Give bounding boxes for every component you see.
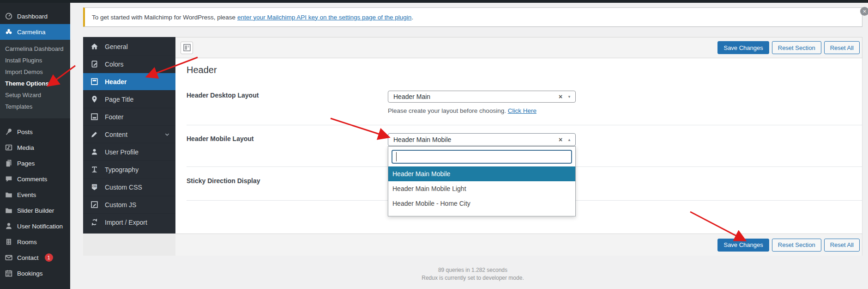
expand-layout-icon: [183, 44, 191, 51]
select2-dropdown: Header Main Mobile Header Main Mobile Li…: [388, 146, 576, 216]
sidebar-item-bookings[interactable]: Bookings: [0, 265, 70, 281]
expand-options-button[interactable]: [181, 42, 193, 54]
sidebar-item-label: Dashboard: [17, 13, 48, 20]
comment-icon: [4, 174, 13, 184]
sidebar-item-label: Bookings: [17, 270, 43, 277]
options-menu-item-import-export[interactable]: Import / Export: [83, 214, 175, 231]
notice-text-suffix: .: [411, 14, 413, 21]
pencil-icon: [90, 130, 98, 139]
sidebar-subitem-theme-options[interactable]: Theme Options: [0, 78, 70, 89]
sidebar-item-label: Contact: [17, 254, 39, 261]
sidebar-subitem-import-demos[interactable]: Import Demos: [0, 66, 70, 78]
close-icon[interactable]: ×: [860, 7, 868, 16]
select-value: Header Main: [393, 93, 430, 100]
active-item-notch: [66, 28, 74, 36]
home-icon: [90, 43, 98, 51]
sidebar-item-dashboard[interactable]: Dashboard: [0, 8, 70, 24]
sidebar-item-posts[interactable]: Posts: [0, 124, 70, 140]
folder-icon: [4, 206, 13, 215]
options-menu-item-colors[interactable]: Colors: [83, 55, 175, 73]
field-label-sticky-direction-display: Sticky Direction Display: [187, 177, 260, 184]
row-divider: [187, 125, 862, 125]
reset-all-button-bottom[interactable]: Reset All: [824, 239, 860, 252]
sidebar-item-carmelina[interactable]: Carmelina: [0, 24, 70, 40]
sidebar-item-label: Events: [17, 191, 36, 198]
options-menu-item-user-profile[interactable]: User Profile: [83, 143, 175, 161]
select-value: Header Main Mobile: [393, 136, 451, 143]
select2-options-list: Header Main Mobile Header Main Mobile Li…: [388, 166, 575, 211]
save-changes-button-bottom[interactable]: Save Changes: [717, 239, 769, 252]
colors-page-icon: [90, 60, 98, 68]
admin-notice-mailchimp: To get started with Mailchimp for WordPr…: [83, 7, 862, 27]
reset-section-button[interactable]: Reset Section: [772, 41, 821, 54]
options-menu-label: Content: [105, 131, 127, 138]
click-here-link[interactable]: Click Here: [508, 107, 536, 114]
field-description: Please create your layout before choosin…: [388, 107, 536, 114]
sidebar-subitem-templates[interactable]: Templates: [0, 101, 70, 112]
media-icon: [4, 143, 13, 152]
theme-options-menu: General Colors Header Page Title Footer …: [83, 37, 175, 234]
select2-search-input[interactable]: [397, 152, 571, 161]
edit-box-icon: [90, 201, 98, 209]
save-changes-button[interactable]: Save Changes: [717, 41, 769, 54]
envelope-icon: [4, 253, 13, 262]
sidebar-main-list: Posts Media Pages Comments Events: [0, 124, 70, 281]
section-title: Header: [187, 65, 217, 75]
header-mobile-layout-select[interactable]: Header Main Mobile × ▲: [388, 133, 576, 146]
options-top-bar: Save Changes Reset Section Reset All: [175, 37, 862, 58]
reset-all-button[interactable]: Reset All: [824, 41, 860, 54]
clear-selection-icon[interactable]: ×: [559, 136, 562, 143]
sidebar-item-events[interactable]: Events: [0, 187, 70, 203]
sidebar-subitem-install-plugins[interactable]: Install Plugins: [0, 55, 70, 66]
sidebar-subitem-carmelina-dashboard[interactable]: Carmelina Dashboard: [0, 43, 70, 55]
sidebar-item-rooms[interactable]: Rooms: [0, 234, 70, 250]
options-menu-item-typography[interactable]: Typography: [83, 161, 175, 178]
sidebar-item-media[interactable]: Media: [0, 140, 70, 155]
sidebar-item-label: Pages: [17, 160, 35, 167]
notice-api-key-link[interactable]: enter your Mailchimp API key on the sett…: [237, 14, 411, 21]
notice-text-prefix: To get started with Mailchimp for WordPr…: [92, 14, 237, 21]
options-menu-item-custom-css[interactable]: CSS Custom CSS: [83, 178, 175, 196]
options-menu-item-page-title[interactable]: Page Title: [83, 91, 175, 108]
options-section-content: Header Header Desktop Layout Header Main…: [175, 58, 862, 234]
sidebar-item-label: Comments: [17, 176, 47, 183]
carmelina-submenu: Carmelina Dashboard Install Plugins Impo…: [0, 40, 70, 118]
wp-admin-bar: [0, 0, 868, 3]
header-desktop-layout-select[interactable]: Header Main × ▼: [388, 91, 576, 103]
dropdown-option-header-main-mobile-light[interactable]: Header Main Mobile Light: [388, 181, 575, 196]
sidebar-item-pages[interactable]: Pages: [0, 155, 70, 171]
sidebar-item-label: Media: [17, 144, 34, 151]
sidebar-item-slider-builder[interactable]: Slider Builder: [0, 203, 70, 218]
options-menu-item-general[interactable]: General: [83, 38, 175, 55]
field-label-header-desktop-layout: Header Desktop Layout: [187, 92, 259, 99]
options-menu-item-custom-js[interactable]: Custom JS: [83, 196, 175, 214]
options-menu-item-header[interactable]: Header: [83, 73, 175, 91]
pin-icon: [4, 127, 13, 136]
sidebar-item-contact[interactable]: Contact 1: [0, 250, 70, 265]
options-menu-label: Page Title: [105, 96, 133, 103]
building-icon: [4, 237, 13, 246]
sidebar-item-comments[interactable]: Comments: [0, 171, 70, 187]
top-bar-buttons: Save Changes Reset Section Reset All: [717, 41, 862, 54]
options-menu-label: Import / Export: [105, 219, 147, 226]
notice-text: To get started with Mailchimp for WordPr…: [92, 14, 413, 21]
chevron-down-icon: [164, 132, 170, 137]
bottom-bar-buttons: Save Changes Reset Section Reset All: [717, 239, 862, 252]
options-menu-item-footer[interactable]: Footer: [83, 108, 175, 126]
options-menu-label: Custom JS: [105, 201, 136, 209]
dropdown-option-header-mobile-home-city[interactable]: Header Mobile - Home City: [388, 196, 575, 211]
dropdown-option-header-main-mobile[interactable]: Header Main Mobile: [388, 166, 575, 181]
footer-layout-icon: [90, 113, 98, 121]
folder-icon: [4, 190, 13, 199]
sidebar-item-user-notification[interactable]: User Notification: [0, 218, 70, 234]
options-menu-footer-spacer: [83, 234, 175, 256]
sidebar-subitem-setup-wizard[interactable]: Setup Wizard: [0, 89, 70, 101]
reset-section-button-bottom[interactable]: Reset Section: [772, 239, 821, 252]
select2-search-box[interactable]: [392, 150, 572, 164]
user-icon: [90, 148, 98, 156]
dashboard-icon: [4, 12, 13, 21]
query-stats: 89 queries in 1.282 seconds: [83, 266, 862, 274]
options-menu-item-content[interactable]: Content: [83, 126, 175, 143]
options-menu-label: User Profile: [105, 148, 139, 156]
clear-selection-icon[interactable]: ×: [559, 93, 562, 100]
